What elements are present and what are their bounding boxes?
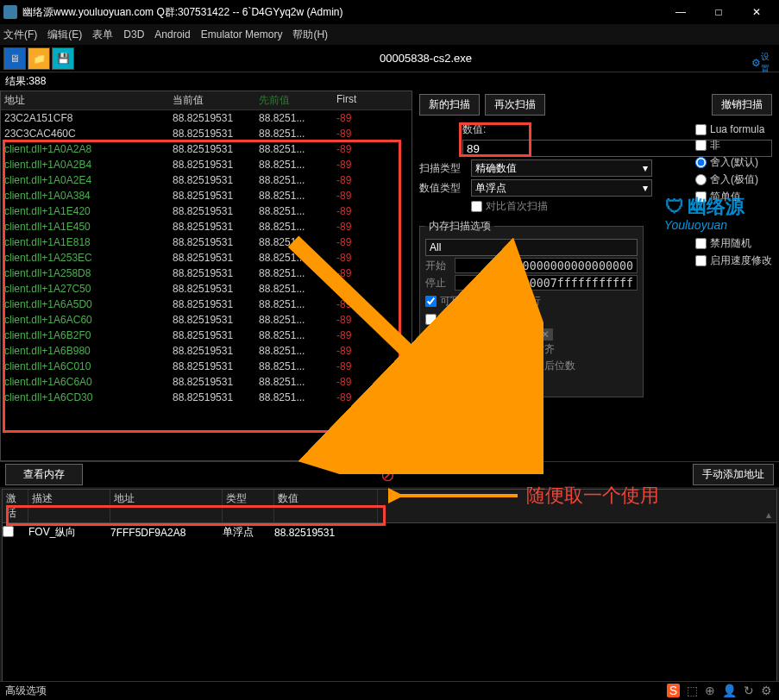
table-row[interactable]: client.dll+1A253EC88.8251953188.8251...-… <box>1 250 411 266</box>
menu-emulator[interactable]: Emulator Memory <box>201 28 283 41</box>
table-row[interactable]: client.dll+1A0A38488.8251953188.8251...-… <box>1 188 411 203</box>
table-row[interactable]: client.dll+1A1E45088.8251953188.8251...-… <box>1 219 411 234</box>
disable-random-checkbox[interactable] <box>695 238 707 249</box>
executable-checkbox[interactable] <box>495 296 506 307</box>
rounded-extreme-radio[interactable] <box>695 174 707 185</box>
table-row[interactable]: client.dll+1A6C6A088.8251953188.8251...-… <box>1 374 411 390</box>
not-checkbox[interactable] <box>695 140 707 151</box>
compare-first-checkbox[interactable] <box>471 201 482 212</box>
memory-scan-options: 内存扫描选项 All 开始 停止 可写 可执行 写时拷贝 Active memo… <box>419 219 644 397</box>
undo-scan-button[interactable]: 撤销扫描 <box>712 94 772 116</box>
tray-icon[interactable]: ⊕ <box>705 684 715 697</box>
clear-icon[interactable]: ✕ <box>537 328 553 341</box>
scan-results-table[interactable]: 地址 当前值 先前值 First 23C2A151CF888.825195318… <box>0 91 412 461</box>
open-folder-icon[interactable]: 📁 <box>28 47 50 70</box>
table-row[interactable]: client.dll+1A0A2A888.8251953188.8251...-… <box>1 141 411 157</box>
menu-help[interactable]: 帮助(H) <box>292 28 328 42</box>
titlebar: 幽络源www.youluoyuan.com Q群:307531422 -- 6`… <box>0 0 779 24</box>
window-title: 幽络源www.youluoyuan.com Q群:307531422 -- 6`… <box>22 5 662 20</box>
menu-table[interactable]: 表单 <box>92 28 113 42</box>
active-memory-checkbox[interactable] <box>425 329 437 341</box>
enable-speedhack-checkbox[interactable] <box>695 255 707 266</box>
table-row[interactable]: FOV_纵向 7FFF5DF9A2A8 单浮点 88.82519531 <box>3 523 776 541</box>
col-active[interactable]: 激活 <box>3 490 28 522</box>
cow-checkbox[interactable] <box>425 314 437 325</box>
table-row[interactable]: 23C2A151CF888.8251953188.8251...-89 <box>1 110 411 126</box>
writable-checkbox[interactable] <box>425 296 437 307</box>
app-icon <box>3 5 17 19</box>
process-name: 00005838-cs2.exe <box>76 52 776 65</box>
mid-toolbar: 查看内存 ⊘ 手动添加地址 <box>0 461 779 487</box>
system-tray: S ⬚ ⊕ 👤 ↻ ⚙ <box>660 681 779 700</box>
table-row[interactable]: client.dll+1A0A2E488.8251953188.8251...-… <box>1 172 411 188</box>
tray-icon[interactable]: ⚙ <box>761 684 772 697</box>
settings-icon[interactable]: ⚙设置 <box>751 52 774 74</box>
value-label: 数值: <box>462 122 511 137</box>
menu-edit[interactable]: 编辑(E) <box>47 28 82 42</box>
cheat-table[interactable]: 激活 描述 地址 类型 数值 FOV_纵向 7FFF5DF9A2A8 单浮点 8… <box>2 489 777 700</box>
menu-android[interactable]: Android <box>154 28 190 41</box>
mem-start-input[interactable] <box>455 258 638 273</box>
menubar: 文件(F) 编辑(E) 表单 D3D Android Emulator Memo… <box>0 24 779 45</box>
col-first[interactable]: First <box>333 91 393 109</box>
manual-add-button[interactable]: 手动添加地址 <box>693 464 774 485</box>
table-row[interactable]: client.dll+1A6A5D088.8251953188.8251...-… <box>1 297 411 312</box>
table-row[interactable]: client.dll+1A1E42088.8251953188.8251...-… <box>1 203 411 219</box>
no-entry-icon[interactable]: ⊘ <box>380 465 395 485</box>
tray-icon[interactable]: ⬚ <box>687 684 698 697</box>
table-row[interactable]: client.dll+1A6AC6088.8251953188.8251...-… <box>1 312 411 328</box>
chevron-down-icon: ▾ <box>643 162 648 174</box>
close-button[interactable]: ✕ <box>738 0 776 24</box>
col-current[interactable]: 当前值 <box>169 91 255 109</box>
next-scan-button[interactable]: 再次扫描 <box>485 94 545 116</box>
table-row[interactable]: client.dll+1A1E81888.8251953188.8251...-… <box>1 234 411 250</box>
col-desc[interactable]: 描述 <box>28 490 110 522</box>
chevron-up-icon[interactable]: ▴ <box>766 509 771 521</box>
col-previous[interactable]: 先前值 <box>255 91 333 109</box>
col-value[interactable]: 数值 <box>274 490 378 522</box>
col-type[interactable]: 类型 <box>223 490 274 522</box>
table-row[interactable]: client.dll+1A27C5088.8251953188.8251...-… <box>1 281 411 297</box>
col-addr[interactable]: 地址 <box>110 490 223 522</box>
fast-scan-value[interactable] <box>487 351 512 366</box>
tray-icon[interactable]: 👤 <box>722 684 737 697</box>
lua-formula-checkbox[interactable] <box>695 124 707 135</box>
table-row[interactable]: 23C3CAC460C88.8251953188.8251...-89 <box>1 126 411 141</box>
ime-icon[interactable]: S <box>667 684 680 697</box>
new-scan-button[interactable]: 新的扫描 <box>419 94 480 116</box>
last-digits-radio[interactable] <box>519 360 531 372</box>
tray-icon[interactable]: ↻ <box>744 684 754 697</box>
menu-file[interactable]: 文件(F) <box>3 28 37 42</box>
table-row[interactable]: client.dll+1A6C01088.8251953188.8251...-… <box>1 359 411 374</box>
mem-region-select[interactable]: All <box>425 239 638 256</box>
active-checkbox[interactable] <box>3 526 14 537</box>
scan-options-panel: 新的扫描 再次扫描 撤销扫描 数值: 扫描类型 精确数值▾ 数值类型 单浮点▾ … <box>412 91 779 461</box>
col-address[interactable]: 地址 <box>1 91 169 109</box>
menu-d3d[interactable]: D3D <box>123 28 144 41</box>
watermark-sub: Youluoyuan <box>664 218 727 232</box>
chevron-down-icon: ▾ <box>643 182 648 194</box>
view-memory-button[interactable]: 查看内存 <box>5 464 83 485</box>
table-row[interactable]: client.dll+1A6B2F088.8251953188.8251...-… <box>1 328 411 343</box>
minimize-button[interactable]: — <box>662 0 700 24</box>
rounded-default-radio[interactable] <box>695 157 707 168</box>
fast-scan-checkbox[interactable] <box>425 353 437 364</box>
toolbar: 🖥 📁 💾 00005838-cs2.exe <box>0 45 779 72</box>
watermark: 🛡幽络源 <box>665 194 744 220</box>
results-count: 结果:388 <box>0 72 779 91</box>
value-type-label: 数值类型 <box>419 181 468 196</box>
align-radio[interactable] <box>519 344 531 355</box>
scan-type-label: 扫描类型 <box>419 161 468 176</box>
mem-stop-input[interactable] <box>455 275 638 291</box>
table-row[interactable]: client.dll+1A6B98088.8251953188.8251...-… <box>1 343 411 359</box>
table-row[interactable]: client.dll+1A258D888.8251953188.8251...-… <box>1 266 411 281</box>
table-row[interactable]: client.dll+1A6CD3088.8251953188.8251...-… <box>1 390 411 405</box>
maximize-button[interactable]: □ <box>700 0 738 24</box>
value-type-select[interactable]: 单浮点▾ <box>471 179 652 197</box>
scan-type-select[interactable]: 精确数值▾ <box>471 159 652 177</box>
pause-game-checkbox[interactable] <box>425 377 437 388</box>
save-icon[interactable]: 💾 <box>52 47 74 70</box>
select-process-icon[interactable]: 🖥 <box>3 47 26 70</box>
table-row[interactable]: client.dll+1A0A2B488.8251953188.8251...-… <box>1 157 411 172</box>
